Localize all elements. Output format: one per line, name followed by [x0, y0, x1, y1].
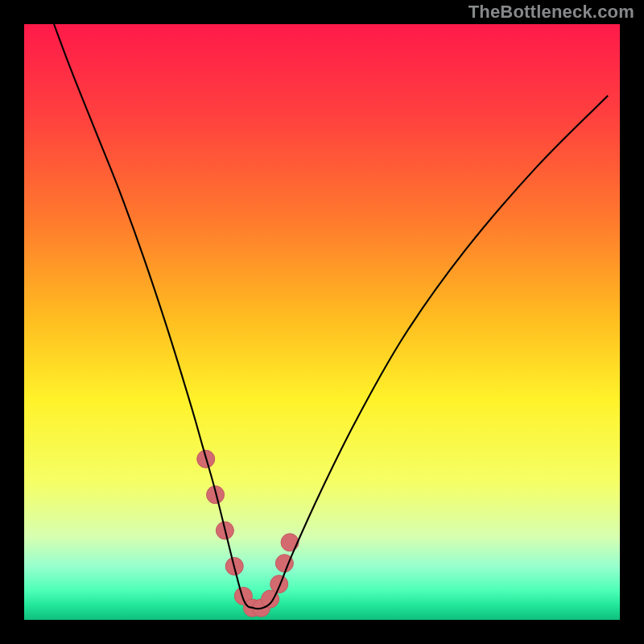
highlight-marker: [270, 576, 288, 593]
watermark-text: TheBottleneck.com: [469, 2, 634, 23]
plot-area: [24, 24, 620, 620]
gradient-background: [24, 24, 620, 620]
bottleneck-chart: [24, 24, 620, 620]
chart-stage: TheBottleneck.com: [0, 0, 644, 644]
highlight-marker: [281, 534, 299, 551]
